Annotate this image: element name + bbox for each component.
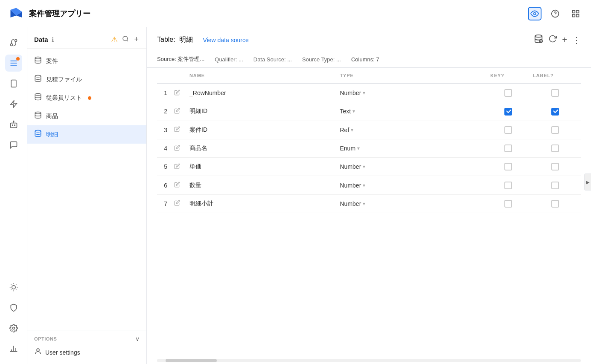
row-label-cell[interactable] — [530, 102, 581, 121]
refresh-button[interactable] — [548, 35, 557, 45]
nav-device-button[interactable] — [5, 75, 22, 92]
preview-button[interactable] — [528, 7, 542, 20]
label-checkbox[interactable] — [551, 200, 559, 208]
layout-button[interactable] — [569, 7, 582, 20]
nav-settings-button[interactable] — [5, 320, 22, 337]
nav-bulb-button[interactable] — [5, 279, 22, 296]
svg-point-20 — [13, 121, 14, 122]
nav-shield-button[interactable] — [5, 299, 22, 316]
row-type-cell: Number ▾ — [337, 194, 487, 213]
key-checkbox[interactable] — [504, 144, 512, 152]
svg-rect-17 — [10, 123, 17, 128]
col-num-header — [157, 68, 171, 84]
sidebar-item-従業員リスト[interactable]: 従業員リスト — [27, 89, 146, 107]
type-dropdown-arrow[interactable]: ▾ — [351, 127, 353, 133]
svg-rect-7 — [576, 10, 579, 13]
label-checkbox[interactable] — [551, 126, 559, 134]
row-key-cell[interactable] — [487, 102, 530, 121]
sidebar-item-明細[interactable]: 明細 — [27, 125, 146, 144]
view-data-source-button[interactable]: View data source — [203, 37, 249, 43]
svg-point-21 — [12, 286, 15, 289]
row-key-cell[interactable] — [487, 176, 530, 194]
row-number: 3 — [157, 121, 171, 139]
sidebar-footer: OPTIONS ∨ User settings — [27, 330, 146, 364]
label-checkbox[interactable] — [551, 108, 559, 116]
svg-point-42 — [37, 349, 39, 351]
svg-line-25 — [16, 289, 16, 290]
row-edit-cell — [171, 176, 186, 194]
nav-chat-button[interactable] — [5, 136, 22, 153]
key-checkbox[interactable] — [504, 126, 512, 134]
table-scrollbar[interactable] — [157, 359, 581, 362]
type-dropdown-arrow[interactable]: ▾ — [352, 108, 355, 114]
row-label-cell[interactable] — [530, 158, 581, 176]
row-label-cell[interactable] — [530, 176, 581, 194]
row-number: 2 — [157, 102, 171, 121]
row-type-cell: Enum ▾ — [337, 139, 487, 157]
label-checkbox[interactable] — [551, 163, 559, 170]
add-column-button[interactable]: + — [562, 35, 567, 45]
type-dropdown-arrow[interactable]: ▾ — [357, 145, 360, 151]
row-type-value: Number — [340, 90, 361, 96]
row-key-cell[interactable] — [487, 158, 530, 176]
type-dropdown-arrow[interactable]: ▾ — [363, 201, 365, 207]
key-checkbox[interactable] — [504, 108, 512, 116]
key-checkbox[interactable] — [504, 89, 512, 97]
label-checkbox[interactable] — [551, 182, 559, 189]
row-key-cell[interactable] — [487, 121, 530, 139]
row-number: 5 — [157, 158, 171, 176]
svg-point-41 — [35, 130, 41, 133]
row-edit-button[interactable] — [174, 145, 180, 152]
sidebar-search-button[interactable] — [121, 35, 130, 45]
row-edit-button[interactable] — [174, 182, 180, 189]
key-checkbox[interactable] — [504, 200, 512, 208]
table-scrollbar-thumb[interactable] — [166, 359, 217, 362]
nav-routes-button[interactable] — [5, 34, 22, 51]
row-edit-button[interactable] — [174, 126, 180, 133]
sidebar-add-button[interactable]: + — [133, 34, 140, 45]
data-settings-button[interactable] — [534, 34, 543, 46]
sidebar-item-商品[interactable]: 商品 — [27, 107, 146, 125]
data-table: NAME TYPE KEY? LABEL? 1 — [157, 68, 581, 213]
row-label-cell[interactable] — [530, 121, 581, 139]
nav-chart-button[interactable] — [5, 340, 22, 357]
row-edit-button[interactable] — [174, 163, 180, 170]
key-checkbox[interactable] — [504, 182, 512, 189]
type-dropdown-arrow[interactable]: ▾ — [363, 182, 365, 188]
nav-bot-button[interactable] — [5, 116, 22, 133]
row-edit-cell — [171, 102, 186, 121]
type-dropdown-arrow[interactable]: ▾ — [363, 90, 365, 96]
nav-data-button[interactable] — [5, 55, 22, 72]
options-toggle-button[interactable]: ∨ — [135, 335, 140, 342]
row-label-cell[interactable] — [530, 139, 581, 157]
data-source-meta: Data Source: ... — [253, 56, 292, 63]
right-collapse-handle[interactable]: ▶ — [584, 173, 591, 191]
content-meta: Source: 案件管理... Qualifier: ... Data Sour… — [147, 51, 591, 68]
row-key-cell[interactable] — [487, 84, 530, 102]
row-edit-button[interactable] — [174, 200, 180, 207]
topbar-actions — [528, 7, 582, 20]
sidebar-item-案件[interactable]: 案件 — [27, 52, 146, 70]
table-row: 1 _RowNumber Number ▾ — [157, 84, 581, 102]
row-field-name: 商品名 — [186, 139, 337, 157]
row-edit-button[interactable] — [174, 90, 180, 97]
help-button[interactable] — [548, 7, 562, 20]
key-checkbox[interactable] — [504, 163, 512, 170]
row-key-cell[interactable] — [487, 194, 530, 213]
label-checkbox[interactable] — [551, 144, 559, 152]
row-label-cell[interactable] — [530, 194, 581, 213]
row-edit-button[interactable] — [174, 108, 180, 115]
sidebar-item-見積ファイル[interactable]: 見積ファイル — [27, 70, 146, 89]
table-row: 2 明細ID Text ▾ — [157, 102, 581, 121]
label-checkbox[interactable] — [551, 89, 559, 97]
nav-lightning-button[interactable] — [5, 95, 22, 113]
row-field-name: 明細小計 — [186, 194, 337, 213]
user-settings-item[interactable]: User settings — [34, 346, 140, 359]
app-logo: 案件管理アプリー — [9, 6, 90, 21]
more-options-button[interactable]: ⋮ — [572, 35, 581, 45]
type-dropdown-arrow[interactable]: ▾ — [363, 164, 365, 170]
row-key-cell[interactable] — [487, 139, 530, 157]
svg-point-35 — [123, 36, 128, 41]
row-number: 7 — [157, 194, 171, 213]
row-label-cell[interactable] — [530, 84, 581, 102]
